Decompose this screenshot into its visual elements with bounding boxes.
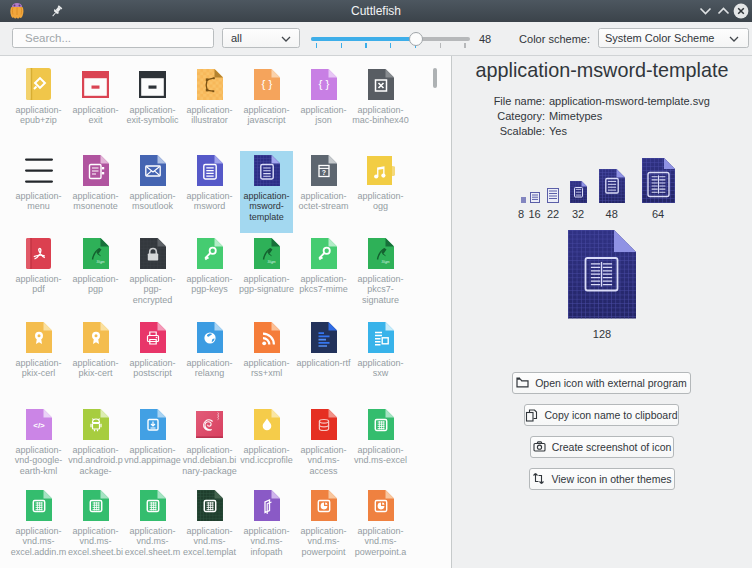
svg-text:{ }: { } xyxy=(261,78,272,90)
svg-text:{ }: { } xyxy=(318,78,329,90)
svg-text:</>: </> xyxy=(33,421,45,430)
svg-text:Sign: Sign xyxy=(267,258,276,263)
svg-text:Sign: Sign xyxy=(96,258,105,263)
svg-text:Sign: Sign xyxy=(381,258,390,263)
svg-text:?: ? xyxy=(321,169,325,176)
